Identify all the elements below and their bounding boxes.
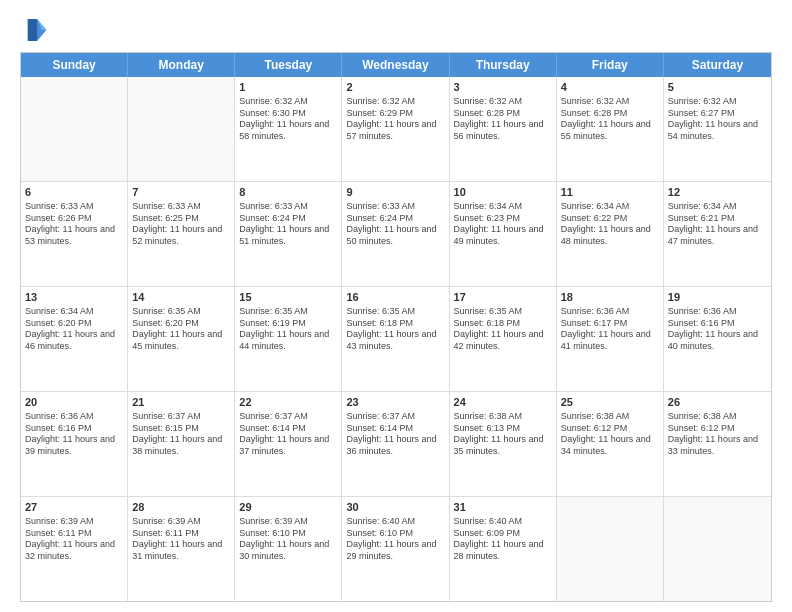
day-number: 19	[668, 290, 767, 305]
day-number: 24	[454, 395, 552, 410]
day-number: 26	[668, 395, 767, 410]
calendar-cell-3-5: 25Sunrise: 6:38 AM Sunset: 6:12 PM Dayli…	[557, 392, 664, 496]
day-number: 23	[346, 395, 444, 410]
day-number: 3	[454, 80, 552, 95]
day-number: 18	[561, 290, 659, 305]
cell-info: Sunrise: 6:40 AM Sunset: 6:10 PM Dayligh…	[346, 516, 444, 563]
day-number: 5	[668, 80, 767, 95]
calendar-cell-4-0: 27Sunrise: 6:39 AM Sunset: 6:11 PM Dayli…	[21, 497, 128, 601]
calendar-cell-2-6: 19Sunrise: 6:36 AM Sunset: 6:16 PM Dayli…	[664, 287, 771, 391]
day-number: 1	[239, 80, 337, 95]
calendar-cell-2-1: 14Sunrise: 6:35 AM Sunset: 6:20 PM Dayli…	[128, 287, 235, 391]
day-number: 17	[454, 290, 552, 305]
cell-info: Sunrise: 6:37 AM Sunset: 6:15 PM Dayligh…	[132, 411, 230, 458]
calendar-cell-1-0: 6Sunrise: 6:33 AM Sunset: 6:26 PM Daylig…	[21, 182, 128, 286]
calendar-cell-2-4: 17Sunrise: 6:35 AM Sunset: 6:18 PM Dayli…	[450, 287, 557, 391]
cell-info: Sunrise: 6:36 AM Sunset: 6:16 PM Dayligh…	[668, 306, 767, 353]
calendar-cell-2-5: 18Sunrise: 6:36 AM Sunset: 6:17 PM Dayli…	[557, 287, 664, 391]
calendar-cell-2-2: 15Sunrise: 6:35 AM Sunset: 6:19 PM Dayli…	[235, 287, 342, 391]
calendar-cell-1-4: 10Sunrise: 6:34 AM Sunset: 6:23 PM Dayli…	[450, 182, 557, 286]
cell-info: Sunrise: 6:32 AM Sunset: 6:30 PM Dayligh…	[239, 96, 337, 143]
calendar-cell-3-2: 22Sunrise: 6:37 AM Sunset: 6:14 PM Dayli…	[235, 392, 342, 496]
day-number: 25	[561, 395, 659, 410]
cell-info: Sunrise: 6:39 AM Sunset: 6:11 PM Dayligh…	[132, 516, 230, 563]
calendar-cell-4-5	[557, 497, 664, 601]
day-number: 8	[239, 185, 337, 200]
calendar-cell-3-0: 20Sunrise: 6:36 AM Sunset: 6:16 PM Dayli…	[21, 392, 128, 496]
logo-icon	[20, 16, 48, 44]
logo	[20, 16, 52, 44]
calendar: SundayMondayTuesdayWednesdayThursdayFrid…	[20, 52, 772, 602]
calendar-cell-0-4: 3Sunrise: 6:32 AM Sunset: 6:28 PM Daylig…	[450, 77, 557, 181]
cell-info: Sunrise: 6:34 AM Sunset: 6:22 PM Dayligh…	[561, 201, 659, 248]
cell-info: Sunrise: 6:36 AM Sunset: 6:16 PM Dayligh…	[25, 411, 123, 458]
cell-info: Sunrise: 6:39 AM Sunset: 6:10 PM Dayligh…	[239, 516, 337, 563]
day-number: 11	[561, 185, 659, 200]
calendar-cell-2-3: 16Sunrise: 6:35 AM Sunset: 6:18 PM Dayli…	[342, 287, 449, 391]
cell-info: Sunrise: 6:36 AM Sunset: 6:17 PM Dayligh…	[561, 306, 659, 353]
calendar-row-4: 27Sunrise: 6:39 AM Sunset: 6:11 PM Dayli…	[21, 497, 771, 601]
calendar-cell-4-3: 30Sunrise: 6:40 AM Sunset: 6:10 PM Dayli…	[342, 497, 449, 601]
calendar-cell-1-5: 11Sunrise: 6:34 AM Sunset: 6:22 PM Dayli…	[557, 182, 664, 286]
day-number: 9	[346, 185, 444, 200]
cell-info: Sunrise: 6:32 AM Sunset: 6:28 PM Dayligh…	[561, 96, 659, 143]
header-day-monday: Monday	[128, 53, 235, 77]
header-day-saturday: Saturday	[664, 53, 771, 77]
calendar-cell-4-2: 29Sunrise: 6:39 AM Sunset: 6:10 PM Dayli…	[235, 497, 342, 601]
day-number: 27	[25, 500, 123, 515]
header-day-wednesday: Wednesday	[342, 53, 449, 77]
cell-info: Sunrise: 6:32 AM Sunset: 6:29 PM Dayligh…	[346, 96, 444, 143]
calendar-cell-0-3: 2Sunrise: 6:32 AM Sunset: 6:29 PM Daylig…	[342, 77, 449, 181]
cell-info: Sunrise: 6:32 AM Sunset: 6:27 PM Dayligh…	[668, 96, 767, 143]
cell-info: Sunrise: 6:37 AM Sunset: 6:14 PM Dayligh…	[239, 411, 337, 458]
calendar-row-3: 20Sunrise: 6:36 AM Sunset: 6:16 PM Dayli…	[21, 392, 771, 497]
day-number: 16	[346, 290, 444, 305]
calendar-header: SundayMondayTuesdayWednesdayThursdayFrid…	[21, 53, 771, 77]
cell-info: Sunrise: 6:34 AM Sunset: 6:23 PM Dayligh…	[454, 201, 552, 248]
page: SundayMondayTuesdayWednesdayThursdayFrid…	[0, 0, 792, 612]
day-number: 22	[239, 395, 337, 410]
calendar-cell-4-1: 28Sunrise: 6:39 AM Sunset: 6:11 PM Dayli…	[128, 497, 235, 601]
day-number: 13	[25, 290, 123, 305]
cell-info: Sunrise: 6:34 AM Sunset: 6:20 PM Dayligh…	[25, 306, 123, 353]
cell-info: Sunrise: 6:35 AM Sunset: 6:18 PM Dayligh…	[454, 306, 552, 353]
calendar-cell-0-0	[21, 77, 128, 181]
header-day-friday: Friday	[557, 53, 664, 77]
svg-marker-1	[28, 19, 37, 41]
day-number: 2	[346, 80, 444, 95]
cell-info: Sunrise: 6:38 AM Sunset: 6:12 PM Dayligh…	[668, 411, 767, 458]
calendar-cell-0-2: 1Sunrise: 6:32 AM Sunset: 6:30 PM Daylig…	[235, 77, 342, 181]
calendar-cell-0-1	[128, 77, 235, 181]
cell-info: Sunrise: 6:33 AM Sunset: 6:25 PM Dayligh…	[132, 201, 230, 248]
day-number: 20	[25, 395, 123, 410]
calendar-cell-3-1: 21Sunrise: 6:37 AM Sunset: 6:15 PM Dayli…	[128, 392, 235, 496]
cell-info: Sunrise: 6:33 AM Sunset: 6:26 PM Dayligh…	[25, 201, 123, 248]
day-number: 29	[239, 500, 337, 515]
day-number: 12	[668, 185, 767, 200]
cell-info: Sunrise: 6:40 AM Sunset: 6:09 PM Dayligh…	[454, 516, 552, 563]
calendar-body: 1Sunrise: 6:32 AM Sunset: 6:30 PM Daylig…	[21, 77, 771, 601]
day-number: 31	[454, 500, 552, 515]
calendar-row-0: 1Sunrise: 6:32 AM Sunset: 6:30 PM Daylig…	[21, 77, 771, 182]
calendar-cell-3-3: 23Sunrise: 6:37 AM Sunset: 6:14 PM Dayli…	[342, 392, 449, 496]
header-day-thursday: Thursday	[450, 53, 557, 77]
calendar-cell-1-3: 9Sunrise: 6:33 AM Sunset: 6:24 PM Daylig…	[342, 182, 449, 286]
cell-info: Sunrise: 6:32 AM Sunset: 6:28 PM Dayligh…	[454, 96, 552, 143]
calendar-cell-1-2: 8Sunrise: 6:33 AM Sunset: 6:24 PM Daylig…	[235, 182, 342, 286]
cell-info: Sunrise: 6:33 AM Sunset: 6:24 PM Dayligh…	[346, 201, 444, 248]
day-number: 7	[132, 185, 230, 200]
calendar-cell-3-4: 24Sunrise: 6:38 AM Sunset: 6:13 PM Dayli…	[450, 392, 557, 496]
cell-info: Sunrise: 6:39 AM Sunset: 6:11 PM Dayligh…	[25, 516, 123, 563]
calendar-cell-3-6: 26Sunrise: 6:38 AM Sunset: 6:12 PM Dayli…	[664, 392, 771, 496]
day-number: 14	[132, 290, 230, 305]
cell-info: Sunrise: 6:35 AM Sunset: 6:20 PM Dayligh…	[132, 306, 230, 353]
calendar-row-1: 6Sunrise: 6:33 AM Sunset: 6:26 PM Daylig…	[21, 182, 771, 287]
calendar-cell-0-6: 5Sunrise: 6:32 AM Sunset: 6:27 PM Daylig…	[664, 77, 771, 181]
day-number: 4	[561, 80, 659, 95]
header-day-tuesday: Tuesday	[235, 53, 342, 77]
cell-info: Sunrise: 6:33 AM Sunset: 6:24 PM Dayligh…	[239, 201, 337, 248]
day-number: 15	[239, 290, 337, 305]
cell-info: Sunrise: 6:37 AM Sunset: 6:14 PM Dayligh…	[346, 411, 444, 458]
calendar-cell-0-5: 4Sunrise: 6:32 AM Sunset: 6:28 PM Daylig…	[557, 77, 664, 181]
day-number: 6	[25, 185, 123, 200]
